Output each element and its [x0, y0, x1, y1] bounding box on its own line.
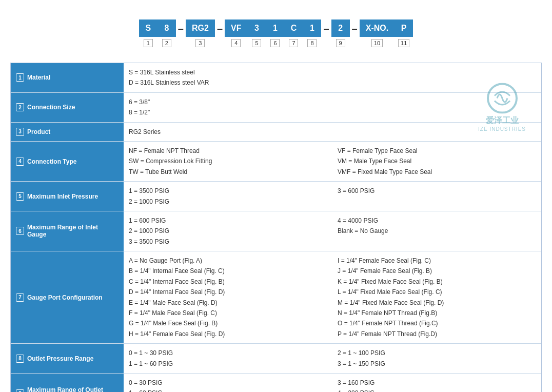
row-col1-text-8: 0 = 1 ~ 30 PSIG 1 = 1 ~ 60 PSIG: [129, 348, 327, 369]
code-block-6: 1: [266, 19, 284, 37]
table-row-5: 5Maximum Inlet Pressure1 = 3500 PSIG 2 =…: [11, 182, 541, 211]
row-col1-3: RG2 Series: [129, 127, 536, 137]
row-content-5: 1 = 3500 PSIG 2 = 1000 PSIG3 = 600 PSIG: [124, 182, 541, 211]
row-content-4: NF = Female NPT Thread SW = Compression …: [124, 142, 541, 181]
logo-en-text: IZE INDUSTRIES: [478, 126, 526, 132]
code-block-wrap-9: 29: [331, 19, 350, 47]
code-number-5: 5: [252, 39, 261, 47]
row-col1-text-7: A = No Gauge Port (Fig. A) B = 1/4" Inte…: [129, 256, 327, 339]
code-block-wrap-1: S1: [139, 19, 157, 47]
row-label-text-1: Material: [27, 74, 50, 81]
row-num-6: 6: [16, 227, 24, 235]
row-col1-6: 1 = 600 PSIG 2 = 1000 PSIG 3 = 3500 PSIG: [129, 215, 327, 247]
row-num-8: 8: [16, 355, 24, 363]
row-col1-1: S = 316L Stainless steel D = 316L Stainl…: [129, 67, 536, 88]
row-col2-6: 4 = 4000 PSIG Blank = No Gauge: [338, 215, 536, 237]
table-row-6: 6Maximum Range of Inlet Gauge1 = 600 PSI…: [11, 211, 541, 251]
row-col2-5: 3 = 600 PSIG: [338, 186, 536, 196]
row-label-text-4: Connection Type: [27, 158, 76, 165]
code-block-wrap-2: 82: [157, 19, 176, 47]
row-col1-7: A = No Gauge Port (Fig. A) B = 1/4" Inte…: [129, 256, 327, 339]
row-label-4: 4Connection Type: [11, 142, 124, 181]
code-block-wrap-5: 35: [247, 19, 266, 47]
code-block-wrap-3: RG23: [186, 19, 215, 47]
row-content-9: 0 = 30 PSIG 1 = 60 PSIG 2 = 100 PSIG3 = …: [124, 374, 541, 392]
code-number-10: 10: [371, 39, 383, 47]
row-col1-text-5: 1 = 3500 PSIG 2 = 1000 PSIG: [129, 186, 327, 207]
code-number-9: 9: [336, 39, 345, 47]
code-number-8: 8: [307, 39, 317, 47]
code-block-7: C: [284, 19, 303, 37]
row-label-7: 7Gauge Port Configuration: [11, 251, 124, 343]
code-number-1: 1: [144, 39, 153, 47]
row-col1-4: NF = Female NPT Thread SW = Compression …: [129, 146, 327, 177]
row-col2-text-8: 2 = 1 ~ 100 PSIG 3 = 1 ~ 150 PSIG: [338, 348, 536, 369]
row-col2-text-9: 3 = 160 PSIG 4 = 200 PSIG Blank = No Gau…: [338, 378, 536, 392]
row-col2-7: I = 1/4" Female Face Seal (Fig. C) J = 1…: [338, 256, 536, 339]
row-label-text-2: Connection Size: [27, 104, 75, 111]
table-row-9: 9Maximum Range of Outlet Gauge0 = 30 PSI…: [11, 374, 541, 392]
row-content-7: A = No Gauge Port (Fig. A) B = 1/4" Inte…: [124, 251, 541, 343]
row-label-8: 8Outlet Pressure Range: [11, 344, 124, 373]
code-number-6: 6: [270, 39, 280, 47]
row-label-6: 6Maximum Range of Inlet Gauge: [11, 211, 124, 251]
row-col1-text-2: 6 = 3/8" 8 = 1/2": [129, 97, 536, 118]
row-col1-8: 0 = 1 ~ 30 PSIG 1 = 1 ~ 60 PSIG: [129, 348, 327, 369]
row-col2-text-7: I = 1/4" Female Face Seal (Fig. C) J = 1…: [338, 256, 536, 339]
diagram-separator: –: [321, 23, 331, 34]
row-col1-5: 1 = 3500 PSIG 2 = 1000 PSIG: [129, 186, 327, 207]
table-row-7: 7Gauge Port ConfigurationA = No Gauge Po…: [11, 251, 541, 344]
code-number-3: 3: [195, 39, 205, 47]
code-block-4: VF: [225, 19, 247, 37]
code-number-7: 7: [289, 39, 298, 47]
code-block-10: X-NO.: [360, 19, 395, 37]
row-num-4: 4: [16, 158, 24, 166]
row-num-9: 9: [16, 389, 24, 392]
row-col1-text-9: 0 = 30 PSIG 1 = 60 PSIG 2 = 100 PSIG: [129, 378, 327, 392]
code-block-wrap-4: VF4: [225, 19, 247, 47]
logo-cn-text: 爱泽工业: [478, 115, 526, 126]
code-block-3: RG2: [186, 19, 215, 37]
code-block-11: P: [395, 19, 413, 37]
code-block-wrap-10: X-NO.10: [360, 19, 395, 47]
row-num-7: 7: [16, 293, 24, 302]
table-row-2: 2Connection Size 爱泽工业IZE INDUSTRIES6 = 3…: [11, 93, 541, 123]
code-number-2: 2: [162, 39, 171, 47]
code-block-5: 3: [247, 19, 266, 37]
row-label-3: 3Product: [11, 123, 124, 141]
row-col2-8: 2 = 1 ~ 100 PSIG 3 = 1 ~ 150 PSIG: [338, 348, 536, 369]
table-row-3: 3ProductRG2 Series: [11, 123, 541, 142]
code-block-2: 8: [157, 19, 176, 37]
row-num-2: 2: [16, 103, 24, 111]
diagram-separator: –: [350, 23, 360, 34]
row-content-2: 爱泽工业IZE INDUSTRIES6 = 3/8" 8 = 1/2": [124, 93, 541, 122]
code-number-4: 4: [231, 39, 241, 47]
code-block-wrap-11: P11: [395, 19, 413, 47]
code-block-9: 2: [331, 19, 350, 37]
diagram-separator: –: [176, 23, 186, 34]
table-row-8: 8Outlet Pressure Range0 = 1 ~ 30 PSIG 1 …: [11, 344, 541, 374]
table-row-4: 4Connection TypeNF = Female NPT Thread S…: [11, 142, 541, 182]
row-col2-9: 3 = 160 PSIG 4 = 200 PSIG Blank = No Gau…: [338, 378, 536, 392]
code-block-1: S: [139, 19, 157, 37]
diagram-separator: –: [215, 23, 225, 34]
row-label-text-8: Outlet Pressure Range: [27, 355, 93, 362]
row-label-text-5: Maximum Inlet Pressure: [27, 193, 98, 200]
row-label-text-9: Maximum Range of Outlet Gauge: [27, 386, 119, 392]
row-num-3: 3: [16, 128, 24, 136]
row-num-5: 5: [16, 192, 24, 201]
row-col2-text-4: VF = Female Type Face Seal VM = Male Typ…: [338, 146, 536, 177]
row-label-text-7: Gauge Port Configuration: [27, 294, 103, 301]
row-label-2: 2Connection Size: [11, 93, 124, 122]
code-block-wrap-6: 16: [266, 19, 284, 47]
code-block-8: 1: [303, 19, 321, 37]
code-block-wrap-7: C7: [284, 19, 303, 47]
row-col1-text-1: S = 316L Stainless steel D = 316L Stainl…: [129, 67, 536, 88]
row-col1-text-6: 1 = 600 PSIG 2 = 1000 PSIG 3 = 3500 PSIG: [129, 215, 327, 247]
row-label-1: 1Material: [11, 63, 124, 92]
row-label-9: 9Maximum Range of Outlet Gauge: [11, 374, 124, 392]
row-col2-text-6: 4 = 4000 PSIG Blank = No Gauge: [338, 215, 536, 237]
row-col1-2: 6 = 3/8" 8 = 1/2": [129, 97, 536, 118]
row-col2-text-5: 3 = 600 PSIG: [338, 186, 536, 196]
row-content-6: 1 = 600 PSIG 2 = 1000 PSIG 3 = 3500 PSIG…: [124, 211, 541, 251]
